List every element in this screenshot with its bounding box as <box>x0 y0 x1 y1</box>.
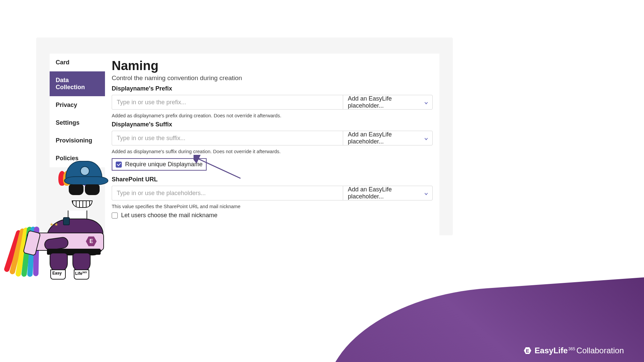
nickname-checkbox[interactable] <box>112 213 118 219</box>
sidebar-item-provisioning[interactable]: Provisioning <box>50 132 105 149</box>
sp-url-row: Add an EasyLife placeholder... <box>112 186 433 200</box>
settings-card: Card Data Collection Privacy Settings Pr… <box>36 38 453 235</box>
prefix-hint: Added as displayname's prefix during cre… <box>112 113 433 118</box>
sidebar-item-card[interactable]: Card <box>50 54 105 71</box>
suffix-placeholder-dropdown[interactable]: Add an EasyLife placeholder... <box>343 131 433 145</box>
sp-url-label: SharePoint URL <box>112 176 433 183</box>
prefix-placeholder-dropdown[interactable]: Add an EasyLife placeholder... <box>343 95 433 110</box>
unique-displayname-checkbox[interactable] <box>116 162 122 168</box>
chevron-down-icon <box>424 191 428 195</box>
sp-url-input[interactable] <box>112 186 343 200</box>
unique-displayname-highlight: Require unique Displayname <box>112 158 207 171</box>
page-subtitle: Control the naming convention during cre… <box>112 74 433 82</box>
prefix-row: Add an EasyLife placeholder... <box>112 95 433 110</box>
prefix-label: Displayname's Prefix <box>112 85 433 92</box>
mascot-blaster-badge: E <box>86 236 97 247</box>
sp-url-placeholder-dropdown[interactable]: Add an EasyLife placeholder... <box>343 186 433 200</box>
suffix-label: Displayname's Suffix <box>112 121 433 128</box>
page-title: Naming <box>112 59 433 73</box>
sp-url-hint: This value specifies the SharePoint URL … <box>112 204 433 209</box>
chevron-down-icon <box>424 100 428 105</box>
mascot-blaster <box>27 233 104 251</box>
unique-displayname-label: Require unique Displayname <box>125 161 203 168</box>
sidebar: Card Data Collection Privacy Settings Pr… <box>50 54 105 167</box>
prefix-input[interactable] <box>112 95 343 110</box>
mascot-hoof-right-label: Life365 <box>75 271 87 276</box>
nickname-row: Let users choose the mail nickname <box>112 212 433 219</box>
brand-hex-icon: E <box>524 347 531 354</box>
sidebar-item-policies[interactable]: Policies <box>50 149 105 167</box>
suffix-row: Add an EasyLife placeholder... <box>112 131 433 145</box>
sidebar-item-settings[interactable]: Settings <box>50 114 105 132</box>
unique-displayname-row: Require unique Displayname <box>116 161 203 168</box>
mascot-tail <box>10 228 47 278</box>
suffix-input[interactable] <box>112 131 343 145</box>
nickname-label: Let users choose the mail nickname <box>121 212 217 219</box>
chevron-down-icon <box>424 136 428 140</box>
sidebar-item-privacy[interactable]: Privacy <box>50 96 105 114</box>
dropdown-label: Add an EasyLife placeholder... <box>348 186 424 200</box>
dropdown-label: Add an EasyLife placeholder... <box>348 131 424 145</box>
main-panel: Naming Control the naming convention dur… <box>105 54 439 260</box>
brand-name: EasyLife365Collaboration <box>535 346 624 355</box>
dropdown-label: Add an EasyLife placeholder... <box>348 95 424 109</box>
sidebar-item-data-collection[interactable]: Data Collection <box>50 71 105 96</box>
brand-footer: E EasyLife365Collaboration <box>524 346 624 355</box>
suffix-hint: Added as displayname's suffix during cre… <box>112 149 433 154</box>
mascot-hoof-left-label: Easy <box>52 271 62 276</box>
